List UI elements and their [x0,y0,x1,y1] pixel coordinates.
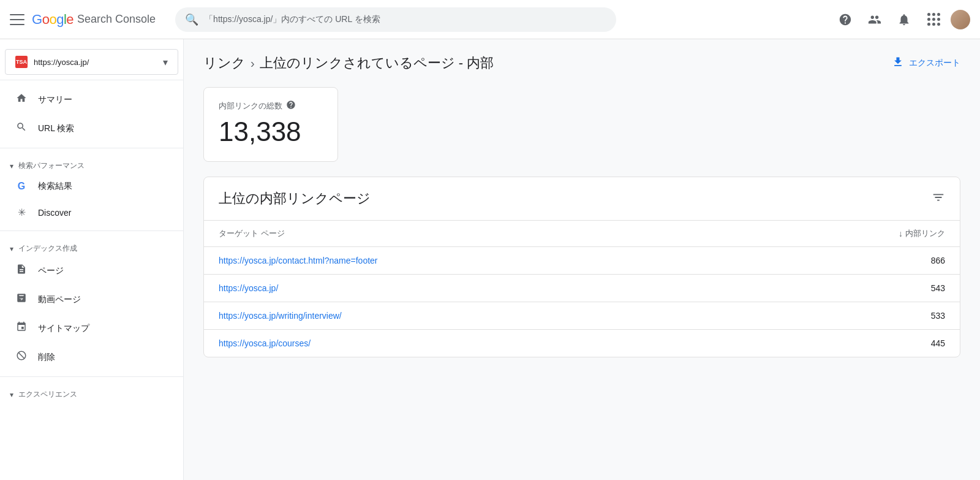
table-row: https://yosca.jp/ 543 [204,275,960,302]
breadcrumb-parent: リンク [203,54,246,72]
sidebar-item-summary-label: サマリー [38,94,72,105]
table-row-count: 533 [931,311,945,321]
help-button[interactable] [833,7,858,32]
search-icon: 🔍 [185,13,198,26]
section-experience[interactable]: ▾ エクスペリエンス [0,382,183,402]
site-favicon: TSA [15,56,28,68]
chevron-icon-3: ▾ [10,390,13,399]
table-row-link[interactable]: https://yosca.jp/courses/ [219,338,311,348]
removal-icon [15,350,28,364]
main-content: リンク › 上位のリンクされているページ - 内部 エクスポート 内部リンクの総… [184,39,980,480]
sidebar-item-sitemap[interactable]: サイトマップ [0,314,178,343]
sidebar-item-discover[interactable]: ✳ Discover [0,199,178,226]
home-icon [15,93,28,107]
sidebar-item-removal[interactable]: 削除 [0,343,178,371]
table-section-title: 上位の内部リンクページ [219,189,371,208]
breadcrumb: リンク › 上位のリンクされているページ - 内部 [203,54,494,72]
section-search-performance-label: 検索パフォーマンス [18,161,85,171]
sidebar-item-url-label: URL 検索 [38,123,74,134]
sort-arrow-icon: ↓ [899,229,903,238]
sidebar-item-discover-label: Discover [38,208,71,218]
header-right [833,7,970,32]
sidebar-item-video-pages-label: 動画ページ [38,294,81,305]
layout: TSA https://yosca.jp/ ▾ サマリー URL 検索 ▾ 検索… [0,39,980,480]
section-search-performance[interactable]: ▾ 検索パフォーマンス [0,153,183,173]
help-circle-icon[interactable] [286,100,296,112]
table-row: https://yosca.jp/writing/interview/ 533 [204,302,960,330]
site-selector[interactable]: TSA https://yosca.jp/ ▾ [5,49,178,75]
nav-divider-3 [0,230,183,231]
table-row-count: 543 [931,283,945,293]
col-links-sort[interactable]: ↓ 内部リンク [899,228,945,239]
stat-card: 内部リンクの総数 13,338 [203,87,338,162]
sidebar-item-search-results-label: 検索結果 [38,181,72,192]
col-target-page: ターゲット ページ [219,228,285,239]
chevron-icon-2: ▾ [10,245,13,253]
url-search-icon [15,121,28,135]
table-row: https://yosca.jp/contact.html?name=foote… [204,247,960,275]
search-placeholder-text: 「https://yosca.jp/」内のすべての URL を検索 [205,14,380,25]
site-url: https://yosca.jp/ [34,58,157,67]
section-index-creation-label: インデックス作成 [18,243,77,254]
sidebar-item-url-inspection[interactable]: URL 検索 [0,114,178,143]
settings-button[interactable] [862,7,887,32]
menu-icon[interactable] [10,12,24,27]
section-experience-label: エクスペリエンス [18,389,77,400]
table-row-link[interactable]: https://yosca.jp/contact.html?name=foote… [219,256,378,265]
table-column-headers: ターゲット ページ ↓ 内部リンク [204,221,960,247]
breadcrumb-current: 上位のリンクされているページ - 内部 [260,54,494,72]
sidebar-item-video-pages[interactable]: 動画ページ [0,285,178,314]
stat-card-value: 13,338 [219,117,323,147]
nav-divider-2 [0,148,183,148]
sidebar-item-sitemap-label: サイトマップ [38,323,89,334]
table-row-count: 445 [931,338,945,348]
table-row-count: 866 [931,256,945,265]
sidebar-item-search-results[interactable]: G 検索結果 [0,173,178,199]
table-section: 上位の内部リンクページ ターゲット ページ ↓ 内部リンク https://yo… [203,177,960,357]
sitemap-icon [15,321,28,335]
table-row-link[interactable]: https://yosca.jp/ [219,283,278,293]
section-index-creation[interactable]: ▾ インデックス作成 [0,236,183,256]
sidebar-item-summary[interactable]: サマリー [0,85,178,114]
video-pages-icon [15,292,28,307]
notifications-button[interactable] [892,7,916,32]
logo-area: Google Search Console [32,12,156,28]
table-row: https://yosca.jp/courses/ 445 [204,330,960,357]
google-logo: Google [32,12,74,28]
pages-icon [15,264,28,278]
filter-icon[interactable] [932,191,945,207]
breadcrumb-row: リンク › 上位のリンクされているページ - 内部 エクスポート [203,54,960,72]
grid-icon [927,13,940,26]
apps-button[interactable] [921,7,946,32]
discover-icon: ✳ [15,207,28,218]
product-name: Search Console [77,13,156,26]
col-links-label: 内部リンク [905,228,945,239]
sidebar-item-pages[interactable]: ページ [0,256,178,285]
download-icon [892,56,904,71]
nav-divider-4 [0,376,183,377]
sidebar-item-removal-label: 削除 [38,352,55,363]
stat-card-label: 内部リンクの総数 [219,100,323,112]
breadcrumb-separator: › [251,56,255,70]
dropdown-arrow-icon: ▾ [163,56,168,68]
sidebar: TSA https://yosca.jp/ ▾ サマリー URL 検索 ▾ 検索… [0,39,184,480]
export-button[interactable]: エクスポート [892,56,960,71]
sidebar-item-pages-label: ページ [38,265,64,276]
table-section-header: 上位の内部リンクページ [204,177,960,221]
nav-divider-1 [0,80,183,80]
table-row-link[interactable]: https://yosca.jp/writing/interview/ [219,311,342,321]
search-bar[interactable]: 🔍 「https://yosca.jp/」内のすべての URL を検索 [175,7,616,32]
avatar[interactable] [951,10,970,29]
chevron-icon: ▾ [10,162,13,170]
google-g-icon: G [15,181,28,192]
top-header: Google Search Console 🔍 「https://yosca.j… [0,0,980,39]
export-label: エクスポート [909,58,960,69]
